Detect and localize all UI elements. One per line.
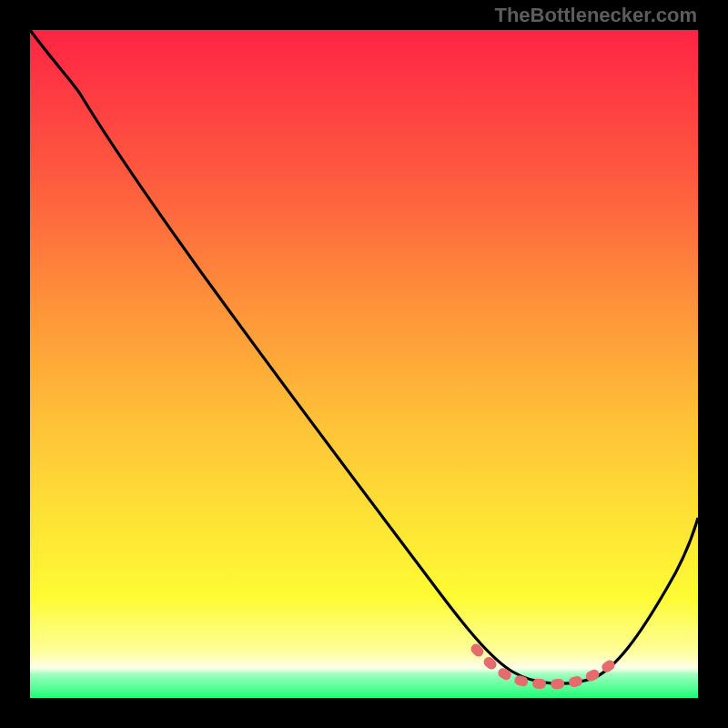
highlight-segment xyxy=(476,649,617,684)
chart-frame: TheBottlenecker.com xyxy=(0,0,728,728)
bottleneck-curve xyxy=(30,30,698,698)
plot-area xyxy=(30,30,698,698)
curve-path xyxy=(30,30,698,683)
attribution-text: TheBottlenecker.com xyxy=(494,4,697,27)
